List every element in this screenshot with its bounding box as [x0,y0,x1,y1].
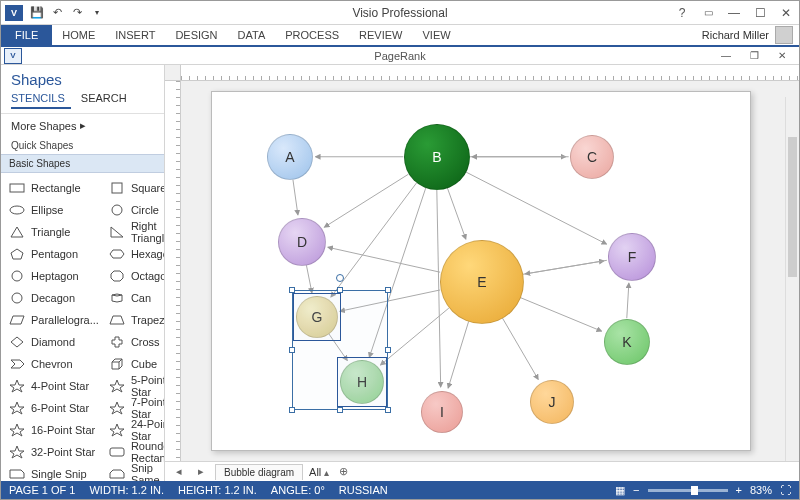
selection-handle[interactable] [289,347,295,353]
shape-rect[interactable]: Rectangle [3,177,103,199]
shape-rtri[interactable]: Right Triangle [103,221,164,243]
qat-save[interactable]: 💾 [27,3,47,23]
selection-handle[interactable] [385,407,391,413]
shape-tri[interactable]: Triangle [3,221,103,243]
svg-rect-0 [10,184,24,192]
node-J[interactable]: J [530,380,574,424]
node-A[interactable]: A [267,134,313,180]
tab-data[interactable]: DATA [228,25,276,45]
page[interactable]: ABCDEFGHIJK [211,91,751,451]
star5-icon [107,379,127,393]
shape-star6[interactable]: 6-Point Star [3,397,103,419]
sheet-all[interactable]: All ▴ [309,466,329,478]
tab-design[interactable]: DESIGN [165,25,227,45]
zoom-in-icon[interactable]: + [736,484,742,496]
zoom-out-icon[interactable]: − [633,484,639,496]
close-icon[interactable]: ✕ [773,3,799,23]
shape-hex[interactable]: Hexagon [103,243,164,265]
doc-minimize-icon[interactable]: — [713,46,739,66]
sheet-prev-icon[interactable]: ◂ [171,465,187,479]
qat-redo[interactable]: ↷ [67,3,87,23]
shape-cross[interactable]: Cross [103,331,164,353]
node-I[interactable]: I [421,391,463,433]
selection-handle[interactable] [337,287,343,293]
tab-stencils[interactable]: STENCILS [11,90,71,109]
shape-diam[interactable]: Diamond [3,331,103,353]
canvas[interactable]: ABCDEFGHIJK [181,81,799,461]
doc-close-icon[interactable]: ✕ [769,46,795,66]
tri-icon [7,225,27,239]
fit-page-icon[interactable]: ⛶ [780,484,791,496]
node-B[interactable]: B [404,124,470,190]
file-tab[interactable]: FILE [1,25,52,45]
status-lang[interactable]: RUSSIAN [339,484,388,496]
shape-square[interactable]: Square [103,177,164,199]
svg-point-5 [12,293,22,303]
view-mode-icon[interactable]: ▦ [615,484,625,497]
shape-star5[interactable]: 5-Point Star [103,375,164,397]
shape-star4[interactable]: 4-Point Star [3,375,103,397]
shape-oct[interactable]: Octagon [103,265,164,287]
qat-customize[interactable]: ▾ [87,3,107,23]
selection-handle[interactable] [337,407,343,413]
tab-process[interactable]: PROCESS [275,25,349,45]
tab-view[interactable]: VIEW [412,25,460,45]
minimize-icon[interactable]: — [721,3,747,23]
node-C[interactable]: C [570,135,614,179]
node-E[interactable]: E [440,240,524,324]
shape-circle[interactable]: Circle [103,199,164,221]
shape-cube[interactable]: Cube [103,353,164,375]
shape-star32[interactable]: 32-Point Star [3,441,103,463]
selection-handle[interactable] [385,287,391,293]
user-name[interactable]: Richard Miller [702,29,769,41]
selection-handle[interactable] [289,287,295,293]
shape-star7[interactable]: 7-Point Star [103,397,164,419]
sheet-next-icon[interactable]: ▸ [193,465,209,479]
shape-hept[interactable]: Heptagon [3,265,103,287]
shape-can[interactable]: Can [103,287,164,309]
shape-para[interactable]: Parallelogra... [3,309,103,331]
sheet-tab-bar: ◂ ▸ Bubble diagram All ▴ ⊕ [165,461,799,481]
shape-star24[interactable]: 24-Point Star [103,419,164,441]
shape-trap[interactable]: Trapezoid [103,309,164,331]
shape-snip2[interactable]: Snip Same [103,463,164,481]
shape-rrect[interactable]: Rounded Rectangle [103,441,164,463]
add-sheet-icon[interactable]: ⊕ [335,465,351,479]
tab-review[interactable]: REVIEW [349,25,412,45]
tab-insert[interactable]: INSERT [105,25,165,45]
rotation-handle[interactable] [336,274,344,282]
vertical-scrollbar[interactable] [785,97,799,461]
svg-line-19 [522,261,604,275]
zoom-value[interactable]: 83% [750,484,772,496]
node-K[interactable]: K [604,319,650,365]
svg-line-27 [627,283,629,318]
tab-home[interactable]: HOME [52,25,105,45]
node-D[interactable]: D [278,218,326,266]
avatar[interactable] [775,26,793,44]
shape-ellipse[interactable]: Ellipse [3,199,103,221]
shape-star16[interactable]: 16-Point Star [3,419,103,441]
node-F[interactable]: F [608,233,656,281]
tab-search[interactable]: SEARCH [81,90,133,109]
shape-snip[interactable]: Single Snip [3,463,103,481]
selection-handle[interactable] [289,407,295,413]
stencil-header[interactable]: Basic Shapes [1,154,164,173]
ribbon-toggle-icon[interactable]: ▭ [695,3,721,23]
help-icon[interactable]: ? [669,3,695,23]
shape-chev[interactable]: Chevron [3,353,103,375]
zoom-slider[interactable] [648,489,728,492]
maximize-icon[interactable]: ☐ [747,3,773,23]
svg-line-24 [520,297,602,331]
shape-pent[interactable]: Pentagon [3,243,103,265]
ruler-vertical[interactable] [165,81,181,461]
selection-handle[interactable] [385,347,391,353]
quick-shapes[interactable]: Quick Shapes [1,137,164,154]
more-shapes[interactable]: More Shapes▸ [1,114,164,137]
qat-undo[interactable]: ↶ [47,3,67,23]
doc-restore-icon[interactable]: ❐ [741,46,767,66]
shape-dec[interactable]: Decagon [3,287,103,309]
status-page: PAGE 1 OF 1 [9,484,75,496]
svg-point-4 [12,271,22,281]
sheet-tab[interactable]: Bubble diagram [215,464,303,480]
ruler-horizontal[interactable] [165,65,799,81]
